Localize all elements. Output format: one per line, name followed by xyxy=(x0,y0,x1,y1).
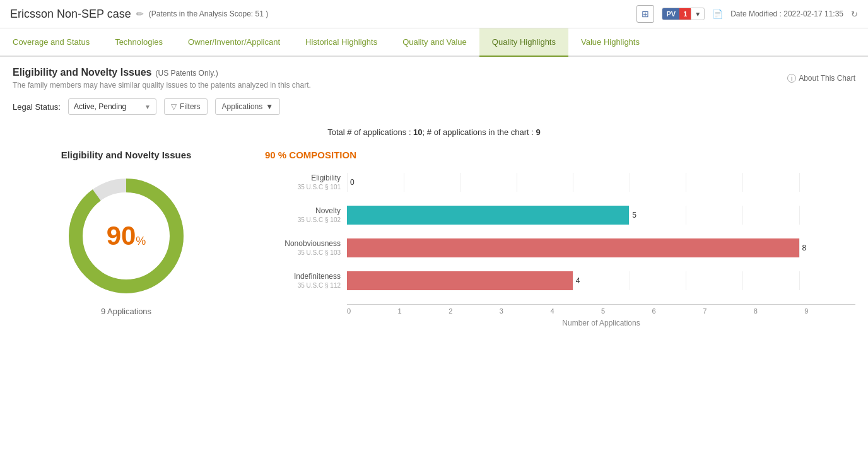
composition-percent: 90 xyxy=(265,150,276,160)
tab-owner-inventor-applicant[interactable]: Owner/Inventor/Applicant xyxy=(175,28,293,57)
pv-label: PV xyxy=(662,8,679,20)
filters-label: Filters xyxy=(180,102,201,111)
title-row: Eligibility and Novelty Issues (US Paten… xyxy=(13,67,855,90)
tab-technologies[interactable]: Technologies xyxy=(102,28,175,57)
pv-count: 1 xyxy=(679,8,691,20)
header-title-group: Ericsson Non-SEP case ✏ (Patents in the … xyxy=(10,8,268,21)
x-tick-7: 7 xyxy=(703,307,754,315)
filters-button[interactable]: ▽ Filters xyxy=(164,98,208,115)
section-note: The family members may have similar qual… xyxy=(13,81,311,90)
edit-icon[interactable]: ✏ xyxy=(136,9,144,19)
bar-row-novelty: Novelty 35 U.S.C § 102 5 xyxy=(265,206,855,225)
bar-section: 90 % COMPOSITION Eligibility 35 U.S.C § … xyxy=(240,150,855,327)
bar-value-indefiniteness: 4 xyxy=(576,276,580,285)
legal-status-select[interactable]: Active, Pending ▼ xyxy=(68,98,156,115)
pv-dropdown-arrow[interactable]: ▼ xyxy=(691,9,704,20)
bar-fill-indefiniteness xyxy=(347,271,573,290)
stats-line: Total # of applications : 10; # of appli… xyxy=(13,127,855,137)
info-icon: i xyxy=(787,74,796,83)
donut-chart: 90% xyxy=(63,173,189,299)
legal-status-value: Active, Pending xyxy=(74,102,126,111)
section-title: Eligibility and Novelty Issues xyxy=(13,67,152,78)
bar-label-indefiniteness: Indefiniteness 35 U.S.C § 112 xyxy=(265,272,347,290)
tab-historical-highlights[interactable]: Historical Highlights xyxy=(293,28,390,57)
x-tick-8: 8 xyxy=(754,307,805,315)
date-modified: Date Modified : 2022-02-17 11:35 xyxy=(730,9,843,18)
x-tick-3: 3 xyxy=(500,307,551,315)
file-icon[interactable]: 📄 xyxy=(712,9,723,19)
filter-icon: ▽ xyxy=(171,102,177,111)
bar-value-nonobviousness: 8 xyxy=(802,244,807,252)
x-tick-1: 1 xyxy=(398,307,449,315)
nav-tabs: Coverage and Status Technologies Owner/I… xyxy=(0,28,868,57)
bar-fill-nonobviousness xyxy=(347,238,799,257)
bar-label-novelty: Novelty 35 U.S.C § 102 xyxy=(265,206,347,225)
section-title-group: Eligibility and Novelty Issues (US Paten… xyxy=(13,67,311,90)
applications-arrow: ▼ xyxy=(266,102,273,111)
about-chart-link[interactable]: i About This Chart xyxy=(787,74,855,83)
chart-area: Eligibility and Novelty Issues 90% 9 App… xyxy=(13,150,855,327)
bar-fill-novelty xyxy=(347,206,629,225)
donut-pct-sign: % xyxy=(136,235,146,247)
composition-title: 90 % COMPOSITION xyxy=(265,150,855,160)
bar-chart: Eligibility 35 U.S.C § 101 0 Novelty 35 xyxy=(265,173,855,290)
patents-scope: (Patents in the Analysis Scope: 51 ) xyxy=(149,9,268,18)
x-tick-6: 6 xyxy=(652,307,703,315)
tab-quality-and-value[interactable]: Quality and Value xyxy=(390,28,479,57)
main-content: Eligibility and Novelty Issues (US Paten… xyxy=(0,57,868,338)
x-axis-ticks: 0 1 2 3 4 5 6 7 8 9 xyxy=(347,304,855,315)
refresh-icon[interactable]: ↻ xyxy=(851,9,858,19)
x-tick-5: 5 xyxy=(601,307,652,315)
x-tick-9: 9 xyxy=(804,307,855,315)
legal-status-arrow: ▼ xyxy=(144,103,151,110)
donut-percent: 90 xyxy=(107,221,136,250)
bar-track-novelty: 5 xyxy=(347,206,855,225)
tab-value-highlights[interactable]: Value Highlights xyxy=(568,28,652,57)
donut-title: Eligibility and Novelty Issues xyxy=(61,150,192,160)
bar-track-eligibility: 0 xyxy=(347,173,855,192)
about-chart-text[interactable]: About This Chart xyxy=(799,74,855,83)
bar-label-eligibility: Eligibility 35 U.S.C § 101 xyxy=(265,173,347,192)
x-tick-2: 2 xyxy=(449,307,500,315)
x-axis-label: Number of Applications xyxy=(347,319,855,327)
bar-row-eligibility: Eligibility 35 U.S.C § 101 0 xyxy=(265,173,855,192)
bar-row-nonobviousness: Nonobviousness 35 U.S.C § 103 8 xyxy=(265,238,855,257)
pv-badge[interactable]: PV 1 ▼ xyxy=(662,8,705,20)
bar-row-indefiniteness: Indefiniteness 35 U.S.C § 112 4 xyxy=(265,271,855,290)
header: Ericsson Non-SEP case ✏ (Patents in the … xyxy=(0,0,868,28)
applications-button[interactable]: Applications ▼ xyxy=(215,98,281,115)
section-subtitle: (US Patents Only.) xyxy=(156,69,218,78)
donut-applications-label: 9 Applications xyxy=(101,307,151,316)
tab-coverage-and-status[interactable]: Coverage and Status xyxy=(0,28,102,57)
tab-quality-highlights[interactable]: Quality Highlights xyxy=(479,28,568,57)
donut-section: Eligibility and Novelty Issues 90% 9 App… xyxy=(13,150,240,316)
applications-label: Applications xyxy=(222,102,263,111)
bar-track-nonobviousness: 8 xyxy=(347,238,855,257)
donut-center: 90% xyxy=(107,221,146,251)
x-tick-0: 0 xyxy=(347,307,398,315)
grid-icon[interactable]: ⊞ xyxy=(636,5,654,23)
page-title: Ericsson Non-SEP case xyxy=(10,8,131,21)
composition-suffix: % COMPOSITION xyxy=(278,150,356,160)
x-tick-4: 4 xyxy=(550,307,601,315)
header-right: ⊞ PV 1 ▼ 📄 Date Modified : 2022-02-17 11… xyxy=(636,5,858,23)
stats-text: Total # of applications : 10; # of appli… xyxy=(327,127,541,137)
controls-row: Legal Status: Active, Pending ▼ ▽ Filter… xyxy=(13,98,855,115)
bar-track-indefiniteness: 4 xyxy=(347,271,855,290)
legal-status-label: Legal Status: xyxy=(13,102,61,112)
bar-value-eligibility: 0 xyxy=(350,178,355,187)
bar-value-novelty: 5 xyxy=(632,211,636,220)
bar-label-nonobviousness: Nonobviousness 35 U.S.C § 103 xyxy=(265,239,347,257)
